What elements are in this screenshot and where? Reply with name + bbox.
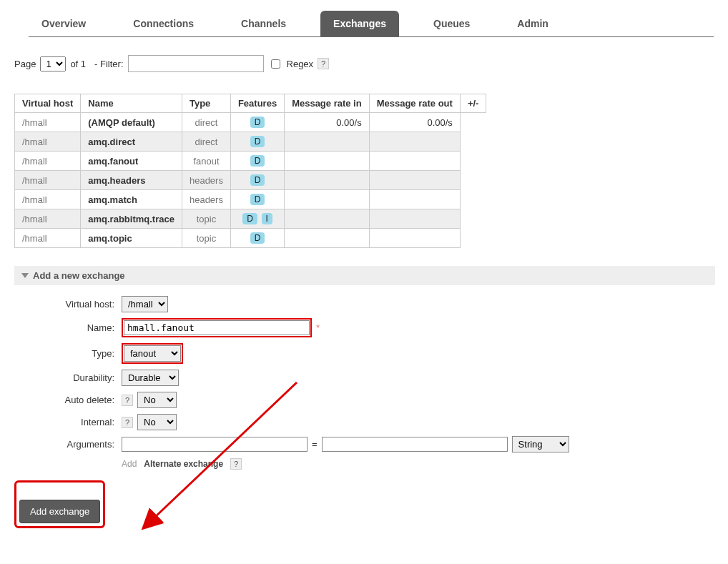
cell-rate-in: 0.00/s xyxy=(285,113,370,132)
feature-badge: D xyxy=(250,232,265,244)
cell-vhost: /hmall xyxy=(15,132,81,152)
exchanges-table: Virtual host Name Type Features Message … xyxy=(14,94,486,248)
col-rate-in[interactable]: Message rate in xyxy=(285,94,370,113)
cell-rate-in xyxy=(285,209,370,229)
cell-type: fanout xyxy=(182,152,230,171)
tab-connections[interactable]: Connections xyxy=(120,11,207,36)
regex-label: Regex xyxy=(287,59,314,69)
feature-badge: D xyxy=(250,194,265,205)
tab-overview[interactable]: Overview xyxy=(29,11,99,36)
cell-rate-out xyxy=(369,229,460,248)
arg-type-select[interactable]: String xyxy=(512,436,569,452)
cell-name[interactable]: amq.topic xyxy=(81,229,182,248)
cell-rate-in xyxy=(285,152,370,171)
cell-rate-in xyxy=(285,132,370,152)
auto-delete-select[interactable]: No xyxy=(137,392,177,408)
col-vhost[interactable]: Virtual host xyxy=(15,94,81,113)
auto-delete-help-icon[interactable]: ? xyxy=(122,395,133,406)
col-rate-out[interactable]: Message rate out xyxy=(369,94,460,113)
feature-badge: D xyxy=(250,117,265,128)
internal-select[interactable]: No xyxy=(137,414,177,430)
type-select[interactable]: fanout xyxy=(124,345,181,362)
feature-badge: D xyxy=(250,136,265,147)
tab-channels[interactable]: Channels xyxy=(228,11,299,36)
cell-rate-in xyxy=(285,171,370,190)
cell-name[interactable]: amq.direct xyxy=(81,132,182,152)
equals-text: = xyxy=(312,439,318,450)
page-label: Page xyxy=(14,59,36,69)
add-exchange-section-header[interactable]: Add a new exchange xyxy=(14,266,715,285)
cell-type: direct xyxy=(182,132,230,152)
table-row[interactable]: /hmallamq.topictopicD xyxy=(15,229,486,248)
alternate-exchange-link[interactable]: Alternate exchange xyxy=(144,459,223,469)
feature-badge: I xyxy=(262,213,272,224)
table-row[interactable]: /hmallamq.matchheadersD xyxy=(15,190,486,209)
table-row[interactable]: /hmall(AMQP default)directD0.00/s0.00/s xyxy=(15,113,486,132)
cell-vhost: /hmall xyxy=(15,190,81,209)
table-row[interactable]: /hmallamq.fanoutfanoutD xyxy=(15,152,486,171)
arg-value-input[interactable] xyxy=(322,437,508,452)
feature-badge: D xyxy=(242,213,257,224)
cell-rate-out xyxy=(369,152,460,171)
cell-type: headers xyxy=(182,190,230,209)
name-input[interactable] xyxy=(124,320,310,335)
cell-rate-out: 0.00/s xyxy=(369,113,460,132)
vhost-select[interactable]: /hmall xyxy=(122,296,168,312)
table-row[interactable]: /hmallamq.rabbitmq.tracetopicD I xyxy=(15,209,486,229)
cell-vhost: /hmall xyxy=(15,229,81,248)
cell-rate-out xyxy=(369,209,460,229)
table-row[interactable]: /hmallamq.directdirectD xyxy=(15,132,486,152)
col-features[interactable]: Features xyxy=(230,94,284,113)
add-arg-link[interactable]: Add xyxy=(122,459,137,469)
arg-key-input[interactable] xyxy=(122,437,308,452)
feature-badge: D xyxy=(250,155,265,167)
arguments-label: Arguments: xyxy=(14,439,122,450)
cell-rate-in xyxy=(285,190,370,209)
cell-features: D xyxy=(230,152,284,171)
table-row[interactable]: /hmallamq.headersheadersD xyxy=(15,171,486,190)
cell-name[interactable]: amq.fanout xyxy=(81,152,182,171)
type-label: Type: xyxy=(14,348,122,359)
durability-select[interactable]: Durable xyxy=(122,370,179,386)
cell-name[interactable]: amq.match xyxy=(81,190,182,209)
vhost-label: Virtual host: xyxy=(14,299,122,310)
add-exchange-button[interactable]: Add exchange xyxy=(19,500,100,523)
tab-exchanges[interactable]: Exchanges xyxy=(320,11,399,36)
alternate-exchange-help-icon[interactable]: ? xyxy=(230,458,242,470)
cell-name[interactable]: amq.rabbitmq.trace xyxy=(81,209,182,229)
cell-type: topic xyxy=(182,229,230,248)
cell-features: D xyxy=(230,229,284,248)
internal-help-icon[interactable]: ? xyxy=(122,417,133,428)
cell-rate-in xyxy=(285,229,370,248)
filter-input[interactable] xyxy=(128,55,264,72)
filter-label: - Filter: xyxy=(94,59,123,69)
cell-features: D xyxy=(230,190,284,209)
cell-rate-out xyxy=(369,171,460,190)
regex-help-icon[interactable]: ? xyxy=(318,58,329,69)
cell-rate-out xyxy=(369,132,460,152)
cell-rate-out xyxy=(369,190,460,209)
required-star-icon: * xyxy=(316,322,320,333)
col-type[interactable]: Type xyxy=(182,94,230,113)
cell-vhost: /hmall xyxy=(15,152,81,171)
table-header-row: Virtual host Name Type Features Message … xyxy=(15,94,486,113)
cell-type: direct xyxy=(182,113,230,132)
cell-name[interactable]: (AMQP default) xyxy=(81,113,182,132)
cell-features: D xyxy=(230,171,284,190)
tab-queues[interactable]: Queues xyxy=(420,11,483,36)
cell-name[interactable]: amq.headers xyxy=(81,171,182,190)
page-of: of 1 xyxy=(70,59,86,69)
page-select[interactable]: 1 xyxy=(40,56,66,71)
internal-label: Internal: xyxy=(14,417,122,427)
cell-features: D I xyxy=(230,209,284,229)
regex-checkbox[interactable] xyxy=(271,59,280,69)
tab-admin[interactable]: Admin xyxy=(504,11,561,36)
col-name[interactable]: Name xyxy=(81,94,182,113)
cell-type: topic xyxy=(182,209,230,229)
col-plusminus[interactable]: +/- xyxy=(460,94,486,113)
page-bar: Page 1 of 1 - Filter: Regex ? xyxy=(14,55,714,72)
cell-vhost: /hmall xyxy=(15,171,81,190)
main-tabs: Overview Connections Channels Exchanges … xyxy=(29,0,714,37)
chevron-down-icon xyxy=(21,273,29,278)
section-title: Add a new exchange xyxy=(33,270,125,281)
